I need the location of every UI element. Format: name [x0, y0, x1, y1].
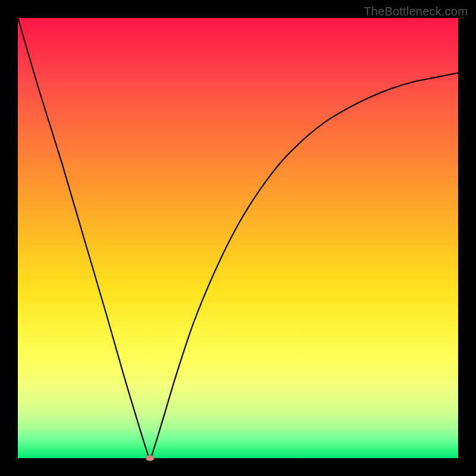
bottleneck-curve: [18, 18, 458, 458]
plot-area: [18, 18, 458, 458]
chart-frame: TheBottleneck.com: [0, 0, 476, 476]
curve-path: [18, 18, 458, 458]
watermark-text: TheBottleneck.com: [364, 5, 468, 18]
minimum-marker: [146, 455, 154, 461]
